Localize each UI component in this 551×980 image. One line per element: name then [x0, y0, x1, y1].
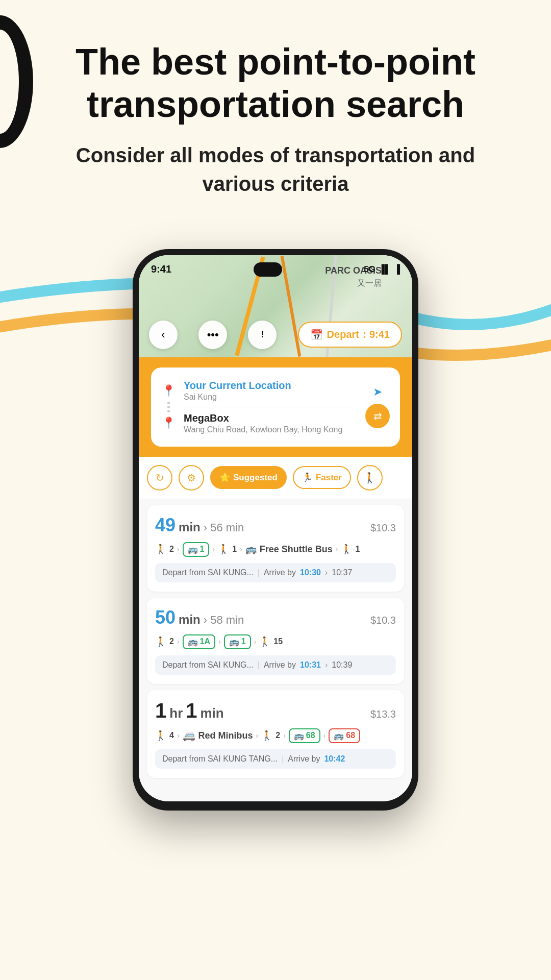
phone-screen: PARC OASIS 又一居 9:41 5G ▐▌ ▐ — [139, 255, 412, 801]
destination-icon: 📍 — [162, 416, 176, 430]
route-1-steps: 🚶 2 › 🚌 1 › 🚶 1 › 🚌 Free Shut — [155, 542, 396, 557]
destination-row[interactable]: MegaBox Wang Chiu Road, Kowloon Bay, Hon… — [184, 407, 357, 437]
location-info: Your Current Location Sai Kung MegaBox W… — [184, 377, 357, 437]
route-card-2[interactable]: 50 min › 58 min $10.3 🚶 2 › 🚌 1A — [147, 598, 404, 684]
route-1-time-unit: min — [179, 520, 201, 534]
route-1-time: 49 min › 56 min — [155, 514, 244, 536]
bus-badge-5: 🚌 68 — [329, 728, 360, 743]
bus-number-3: 1 — [241, 637, 246, 646]
suggested-label: Suggested — [233, 473, 278, 483]
map-background: PARC OASIS 又一居 9:41 5G ▐▌ ▐ — [139, 255, 412, 357]
route-card-3[interactable]: 1 hr 1 min $13.3 🚶 4 › 🚐 Red Minibus — [147, 690, 404, 778]
status-time: 9:41 — [151, 263, 171, 275]
arrive-time-1a: 10:30 — [300, 568, 321, 577]
bus-badge-2: 🚌 1A — [183, 634, 215, 649]
bus-icon-3: 🚌 — [229, 637, 239, 647]
free-shuttle-label: Free Shuttle Bus — [260, 544, 333, 555]
swap-button[interactable]: ⇄ — [365, 404, 390, 428]
settings-button[interactable]: ⚙ — [179, 465, 204, 491]
bus-icon-2: 🚌 — [188, 637, 198, 647]
more-button[interactable]: ••• — [198, 321, 227, 349]
back-icon: ‹ — [161, 328, 165, 341]
walk-5-num: 15 — [273, 637, 283, 646]
time-sep-1: › — [325, 568, 328, 577]
faster-label: Faster — [316, 473, 342, 483]
walk-3-num: 1 — [355, 545, 360, 554]
location-dots — [167, 400, 170, 414]
walk-icon-3: 🚶 — [341, 544, 352, 555]
star-icon: ⭐ — [219, 472, 230, 483]
bus-icon-5: 🚌 — [334, 731, 344, 741]
route-2-steps: 🚶 2 › 🚌 1A › 🚌 1 › 🚶 — [155, 634, 396, 649]
walk-4-num: 2 — [169, 637, 174, 646]
route-3-header: 1 hr 1 min $13.3 — [155, 699, 396, 722]
arrive-time-3a: 10:42 — [324, 754, 345, 764]
arrow-7: › — [254, 638, 257, 646]
shuttle-icon: 🚌 — [245, 544, 257, 555]
route-3-hr-main: 1 — [155, 699, 166, 722]
bus-number-5: 68 — [346, 731, 355, 740]
calendar-icon: 📅 — [310, 329, 323, 341]
location-section: 📍 📍 Your Current Location Sai Kung — [139, 357, 412, 457]
walk-2-num: 1 — [232, 545, 237, 554]
header-subtitle: Consider all modes of transportation and… — [41, 141, 510, 198]
free-shuttle-tag: 🚌 Free Shuttle Bus — [245, 544, 333, 555]
depart-label: Depart：9:41 — [327, 328, 390, 341]
red-minibus-label: Red Minibus — [198, 730, 253, 741]
walk-6-num: 4 — [169, 731, 174, 740]
arrive-by-2: Arrive by — [264, 660, 296, 670]
walk-7-num: 2 — [276, 731, 280, 740]
bus-badge-3: 🚌 1 — [224, 634, 251, 649]
depart-text-1: Depart from SAI KUNG... — [162, 568, 254, 577]
settings-icon: ⚙ — [187, 472, 196, 484]
network-label: 5G — [364, 264, 375, 275]
bus-badge-4: 🚌 68 — [289, 728, 320, 743]
walk-icon-2: 🚶 — [218, 544, 229, 555]
refresh-icon: ↻ — [156, 472, 164, 484]
arrow-5: › — [177, 638, 180, 646]
route-3-steps: 🚶 4 › 🚐 Red Minibus › 🚶 2 › 🚌 68 › — [155, 728, 396, 743]
arrive-time-1b: 10:37 — [332, 568, 352, 577]
route-1-time-main: 49 — [155, 514, 176, 536]
faster-filter[interactable]: 🏃 Faster — [293, 466, 351, 489]
route-3-time: 1 hr 1 min — [155, 699, 224, 722]
navigate-icon: ➤ — [373, 385, 382, 399]
map-label-sub: 又一居 — [357, 278, 382, 289]
alert-button[interactable]: ! — [248, 321, 277, 349]
origin-row[interactable]: Your Current Location Sai Kung — [184, 377, 357, 405]
location-icons: 📍 📍 — [161, 384, 176, 430]
back-button[interactable]: ‹ — [149, 321, 178, 349]
route-2-price: $10.3 — [370, 615, 396, 626]
route-1-header: 49 min › 56 min $10.3 — [155, 514, 396, 536]
header-section: The best point-to-point transportation s… — [0, 0, 551, 218]
bus-number-4: 68 — [306, 731, 315, 740]
bus-icon-4: 🚌 — [294, 731, 304, 741]
dynamic-island — [254, 262, 282, 277]
depart-button[interactable]: 📅 Depart：9:41 — [298, 322, 402, 348]
arrow-1: › — [177, 545, 180, 553]
origin-title: Your Current Location — [184, 380, 357, 391]
map-toolbar: ‹ ••• ! 📅 Depart：9:41 — [139, 321, 412, 349]
header-title: The best point-to-point transportation s… — [41, 41, 510, 126]
footer-sep-2: | — [258, 660, 260, 670]
route-2-time-main: 50 — [155, 607, 176, 628]
route-3-footer: Depart from SAI KUNG TANG... | Arrive by… — [155, 749, 396, 769]
suggested-filter[interactable]: ⭐ Suggested — [210, 466, 287, 489]
filter-section: ↻ ⚙ ⭐ Suggested 🏃 Faster 🚶 — [139, 457, 412, 499]
arrive-time-2b: 10:39 — [332, 660, 352, 670]
route-2-header: 50 min › 58 min $10.3 — [155, 607, 396, 628]
arrow-2: › — [212, 545, 215, 553]
map-area: PARC OASIS 又一居 9:41 5G ▐▌ ▐ — [139, 255, 412, 357]
refresh-button[interactable]: ↻ — [147, 465, 172, 491]
destination-sub: Wang Chiu Road, Kowloon Bay, Hong Kong — [184, 425, 357, 434]
arrow-9: › — [256, 731, 259, 740]
location-card: 📍 📍 Your Current Location Sai Kung — [151, 368, 400, 447]
signal-icon: ▐▌ — [379, 264, 391, 275]
origin-sub: Sai Kung — [184, 393, 357, 402]
walk-icon-5: 🚶 — [259, 636, 270, 647]
route-3-price: $13.3 — [370, 708, 396, 720]
route-card-1[interactable]: 49 min › 56 min $10.3 🚶 2 › 🚌 1 — [147, 505, 404, 592]
less-walking-button[interactable]: 🚶 — [357, 465, 383, 491]
walk-1-num: 2 — [169, 545, 174, 554]
route-2-footer: Depart from SAI KUNG... | Arrive by 10:3… — [155, 655, 396, 675]
